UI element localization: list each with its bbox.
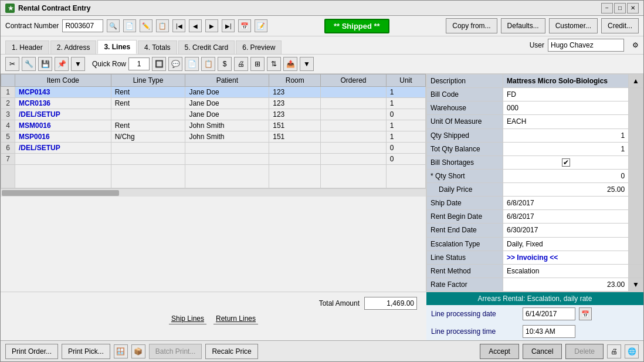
table-row[interactable]: 1 MCP0143 Rent Jane Doe 123 1	[1, 87, 426, 98]
cell-patient[interactable]: John Smith	[185, 131, 269, 143]
scissors-icon-button[interactable]: ✂	[5, 57, 19, 71]
cell-ordered[interactable]	[321, 98, 387, 109]
sort-icon-button[interactable]: ⇅	[267, 57, 281, 71]
edit-icon-button[interactable]: ✏️	[140, 19, 152, 32]
col-ordered[interactable]: Ordered	[321, 75, 387, 87]
col-unit[interactable]: Unit	[386, 75, 425, 87]
tab-address[interactable]: 2. Address	[50, 40, 97, 54]
accept-button[interactable]: Accept	[480, 344, 519, 359]
cell-linetype[interactable]: N/Chg	[111, 131, 185, 143]
cell-room[interactable]: 123	[269, 98, 321, 109]
nav-next-button[interactable]: ▶	[205, 19, 218, 32]
bill-shortages-checkbox[interactable]: ✔	[507, 158, 625, 167]
total-amount-input[interactable]	[364, 297, 417, 310]
print-icon-button[interactable]: 🖨	[234, 57, 248, 71]
dropdown-button[interactable]: ▼	[71, 57, 85, 71]
cell-itemcode[interactable]: MSP0016	[15, 131, 111, 143]
table-row[interactable]: 3 /DEL/SETUP Jane Doe 123 0	[1, 109, 426, 120]
scroll-down-button[interactable]: ▼	[629, 278, 643, 291]
cell-ordered[interactable]	[321, 131, 387, 143]
tab-lines[interactable]: 3. Lines	[97, 40, 137, 54]
search-icon-button[interactable]: 🔍	[107, 19, 120, 32]
grid-area[interactable]: Item Code Line Type Patient Room Ordered…	[1, 74, 426, 292]
cell-unit[interactable]: 1	[386, 87, 425, 98]
cell-room[interactable]	[269, 154, 321, 165]
cell-unit[interactable]: 1	[386, 131, 425, 143]
globe-icon-button[interactable]: 🌐	[625, 344, 639, 358]
cell-room[interactable]: 151	[269, 120, 321, 131]
cell-itemcode[interactable]: MSM0016	[15, 120, 111, 131]
cell-itemcode[interactable]: MCR0136	[15, 98, 111, 109]
dollar-icon-button[interactable]: $	[218, 57, 232, 71]
cell-room[interactable]: 151	[269, 131, 321, 143]
tab-totals[interactable]: 4. Totals	[138, 40, 177, 54]
col-patient[interactable]: Patient	[185, 75, 269, 87]
notes-icon-button[interactable]: 📝	[255, 19, 267, 32]
cell-itemcode[interactable]: MCP0143	[15, 87, 111, 98]
table-row[interactable]: 7 0	[1, 154, 426, 165]
tool1-button[interactable]: 🔧	[22, 57, 36, 71]
table-row[interactable]: 6 /DEL/SETUP 0	[1, 143, 426, 154]
cell-unit[interactable]: 0	[386, 154, 425, 165]
scroll-up-button[interactable]: ▲	[629, 75, 643, 88]
col-room[interactable]: Room	[269, 75, 321, 87]
cell-unit[interactable]: 0	[386, 109, 425, 120]
credit-button[interactable]: Credit...	[601, 18, 639, 33]
print-pick-button[interactable]: Print Pick...	[62, 344, 110, 359]
message-icon-button[interactable]: 💬	[168, 57, 182, 71]
cell-linetype[interactable]	[111, 143, 185, 154]
cell-unit[interactable]: 1	[386, 120, 425, 131]
table-row[interactable]: 4 MSM0016 Rent John Smith 151 1	[1, 120, 426, 131]
cell-itemcode[interactable]	[15, 154, 111, 165]
defaults-button[interactable]: Defaults...	[501, 18, 545, 33]
maximize-button[interactable]: □	[614, 3, 626, 13]
cell-linetype[interactable]: Rent	[111, 87, 185, 98]
cell-room[interactable]: 123	[269, 109, 321, 120]
cell-room[interactable]: 123	[269, 87, 321, 98]
cell-unit[interactable]: 1	[386, 98, 425, 109]
cell-patient[interactable]: Jane Doe	[185, 109, 269, 120]
processing-date-input[interactable]	[523, 307, 575, 320]
contract-number-input[interactable]	[62, 19, 103, 32]
calendar-date-button[interactable]: 📅	[579, 307, 592, 320]
cell-itemcode[interactable]: /DEL/SETUP	[15, 109, 111, 120]
cell-room[interactable]	[269, 143, 321, 154]
quick-row-input[interactable]	[128, 57, 150, 70]
minimize-button[interactable]: −	[601, 3, 613, 13]
print-bottom-icon-button[interactable]: 🖨	[607, 344, 621, 358]
table-row[interactable]: 2 MCR0136 Rent Jane Doe 123 1	[1, 98, 426, 109]
tool2-button[interactable]: 📌	[55, 57, 69, 71]
close-button[interactable]: ✕	[627, 3, 639, 13]
copy-icon-button[interactable]: 📋	[156, 19, 169, 32]
cell-unit[interactable]: 0	[386, 143, 425, 154]
return-lines-button[interactable]: Return Lines	[213, 313, 258, 324]
cell-ordered[interactable]	[321, 87, 387, 98]
cell-ordered[interactable]	[321, 154, 387, 165]
grid-icon-button[interactable]: ⊞	[250, 57, 265, 71]
new-icon-button[interactable]: 📄	[123, 19, 136, 32]
table-row[interactable]: 5 MSP0016 N/Chg John Smith 151 1	[1, 131, 426, 143]
cell-patient[interactable]	[185, 154, 269, 165]
nav-prev-button[interactable]: ◀	[189, 19, 202, 32]
box-icon-button[interactable]: 📦	[131, 344, 145, 358]
doc2-icon-button[interactable]: 📋	[201, 57, 215, 71]
ship-lines-button[interactable]: Ship Lines	[169, 313, 206, 324]
shipped-button[interactable]: ** Shipped **	[324, 19, 389, 33]
cell-itemcode[interactable]: /DEL/SETUP	[15, 143, 111, 154]
tab-header[interactable]: 1. Header	[5, 40, 49, 54]
export-icon-button[interactable]: 📤	[283, 57, 297, 71]
cell-patient[interactable]	[185, 143, 269, 154]
cell-ordered[interactable]	[321, 143, 387, 154]
delete-button[interactable]: Delete	[565, 344, 604, 359]
cell-patient[interactable]: Jane Doe	[185, 98, 269, 109]
col-linetype[interactable]: Line Type	[111, 75, 185, 87]
windows-icon-button[interactable]: 🪟	[114, 344, 128, 358]
tab-preview[interactable]: 6. Preview	[236, 40, 282, 54]
checkbox-checked[interactable]: ✔	[562, 158, 570, 167]
tab-creditcard[interactable]: 5. Credit Card	[178, 40, 235, 54]
dropdown2-button[interactable]: ▼	[300, 57, 314, 71]
cell-linetype[interactable]: Rent	[111, 98, 185, 109]
cancel-button[interactable]: Cancel	[523, 344, 562, 359]
save-icon-button[interactable]: 💾	[38, 57, 52, 71]
cell-ordered[interactable]	[321, 120, 387, 131]
